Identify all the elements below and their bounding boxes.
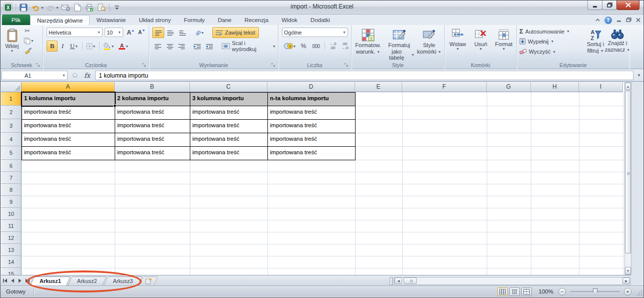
fill-handle[interactable] xyxy=(113,104,116,107)
row-header-2[interactable]: 2 xyxy=(1,106,22,119)
scroll-right-icon[interactable]: ▶ xyxy=(622,277,630,284)
table-cell[interactable]: importowana treść xyxy=(267,106,356,120)
row-header-7[interactable]: 7 xyxy=(1,172,22,184)
resize-grip[interactable] xyxy=(636,290,642,296)
row-header-11[interactable]: 11 xyxy=(1,220,22,232)
currency-format-button[interactable]: $▼ xyxy=(282,41,298,52)
formula-input[interactable]: 1 kolumna importu xyxy=(95,71,633,80)
table-cell[interactable]: importowana treść xyxy=(267,119,356,133)
align-bottom-button[interactable] xyxy=(176,27,188,38)
horizontal-scrollbar[interactable]: ◀ ▶ xyxy=(394,277,630,285)
table-cell[interactable]: importowana treść xyxy=(115,119,190,133)
table-cell[interactable]: importowana treść xyxy=(115,133,190,147)
zoom-in-icon[interactable]: + xyxy=(624,288,631,295)
zoom-slider[interactable] xyxy=(570,291,620,292)
table-cell[interactable]: importowana treść xyxy=(115,106,190,120)
row-header-3[interactable]: 3 xyxy=(1,119,22,133)
ribbon-tab-dodatki[interactable]: Dodatki xyxy=(304,15,337,25)
row-header-4[interactable]: 4 xyxy=(1,133,22,146)
number-format-select[interactable]: Ogólne▼ xyxy=(282,28,348,37)
autosum-button[interactable]: Σ Autosumowanie▼ xyxy=(519,28,570,35)
grow-font-button[interactable]: A▲ xyxy=(125,28,136,37)
doc-minimize-icon[interactable] xyxy=(616,18,621,23)
fill-button[interactable]: Wypełnij▼ xyxy=(519,38,554,45)
prev-sheet-icon[interactable] xyxy=(9,277,16,284)
decrease-decimal-button[interactable]: .00→.0 xyxy=(339,41,351,52)
sheet-tab-arkusz2[interactable]: Arkusz2 xyxy=(70,276,105,285)
increase-decimal-button[interactable]: ←.0.00 xyxy=(327,41,339,52)
scroll-up-icon[interactable]: ▲ xyxy=(625,83,631,90)
normal-view-button[interactable] xyxy=(497,287,508,296)
paste-button[interactable]: Wklej▼ xyxy=(2,27,22,52)
sheet-tab-arkusz3[interactable]: Arkusz3 xyxy=(106,276,141,285)
font-name-select[interactable]: Helvetica▼ xyxy=(47,28,103,37)
vertical-scroll-thumb[interactable] xyxy=(625,91,631,253)
file-tab[interactable]: Plik xyxy=(2,15,30,25)
conditional-formatting-button[interactable]: ≤ Formatow.warunk.▼ xyxy=(353,27,384,55)
column-header-A[interactable]: A xyxy=(22,82,115,92)
table-cell[interactable]: importowana treść xyxy=(22,133,115,147)
table-cell[interactable]: importowana treść xyxy=(115,146,190,160)
expand-formula-bar-icon[interactable]: ▼ xyxy=(635,73,642,78)
insert-worksheet-tab[interactable] xyxy=(141,276,156,285)
insert-function-icon[interactable]: fx xyxy=(84,72,90,79)
scroll-left-icon[interactable]: ◀ xyxy=(395,277,402,284)
page-layout-view-button[interactable] xyxy=(509,287,520,296)
shrink-font-button[interactable]: A▼ xyxy=(137,28,147,37)
align-center-button[interactable] xyxy=(164,41,176,52)
help-icon[interactable]: ? xyxy=(604,17,612,24)
doc-restore-icon[interactable] xyxy=(626,18,631,23)
ribbon-tab-formuły[interactable]: Formuły xyxy=(177,15,211,25)
ribbon-tab-recenzja[interactable]: Recenzja xyxy=(238,15,275,25)
close-button[interactable] xyxy=(616,1,639,10)
dialog-launcher-icon[interactable] xyxy=(142,63,147,68)
zoom-slider-thumb[interactable] xyxy=(593,288,597,295)
clear-button[interactable]: Wyczyść▼ xyxy=(519,49,556,55)
table-cell[interactable]: importowana treść xyxy=(190,146,268,160)
row-header-8[interactable]: 8 xyxy=(1,184,22,196)
ribbon-tab-widok[interactable]: Widok xyxy=(275,15,304,25)
orientation-button[interactable]: ab▼ xyxy=(192,27,207,38)
column-header-F[interactable]: F xyxy=(402,82,487,92)
collapse-ribbon-icon[interactable] xyxy=(595,18,600,23)
name-box[interactable]: A1▼ xyxy=(2,71,68,80)
align-left-button[interactable] xyxy=(152,41,164,52)
underline-button[interactable]: U▼ xyxy=(68,41,81,52)
doc-close-icon[interactable] xyxy=(636,18,640,23)
row-header-15[interactable]: 15 xyxy=(1,268,22,275)
sheet-tab-arkusz1[interactable]: Arkusz1 xyxy=(32,276,69,285)
column-header-E[interactable]: E xyxy=(355,82,402,92)
column-header-B[interactable]: B xyxy=(115,82,190,92)
wrap-text-button[interactable]: Zawijaj tekst xyxy=(212,27,259,38)
font-size-select[interactable]: 10▼ xyxy=(105,28,123,37)
ribbon-tab-dane[interactable]: Dane xyxy=(211,15,238,25)
format-painter-button[interactable] xyxy=(25,47,32,56)
last-sheet-icon[interactable] xyxy=(24,277,31,284)
table-header-cell[interactable]: 3 kolumna importu xyxy=(190,92,268,106)
column-header-G[interactable]: G xyxy=(487,82,531,92)
table-header-cell[interactable]: 2 kolumna importu xyxy=(115,92,190,106)
percent-style-button[interactable]: % xyxy=(298,41,309,52)
format-cells-button[interactable]: Format▼ xyxy=(492,27,515,50)
column-header-H[interactable]: H xyxy=(531,82,579,92)
minimize-button[interactable] xyxy=(587,1,602,10)
row-header-14[interactable]: 14 xyxy=(1,256,22,268)
dialog-launcher-icon[interactable] xyxy=(344,63,350,68)
delete-cells-button[interactable]: Usuń▼ xyxy=(470,27,491,50)
scroll-down-icon[interactable]: ▼ xyxy=(625,267,631,274)
borders-button[interactable]: ▼ xyxy=(84,41,98,52)
horizontal-scroll-thumb[interactable] xyxy=(404,277,417,284)
tab-scrollbar-splitter[interactable] xyxy=(390,277,393,285)
first-sheet-icon[interactable] xyxy=(2,277,9,284)
merge-center-button[interactable]: a Scal i wyśrodkuj▼ xyxy=(220,41,278,52)
table-cell[interactable]: importowana treść xyxy=(22,119,115,133)
insert-cells-button[interactable]: Wstaw▼ xyxy=(446,27,469,50)
fill-color-button[interactable]: ▼ xyxy=(101,41,116,52)
align-middle-button[interactable] xyxy=(164,27,176,38)
table-cell[interactable]: importowana treść xyxy=(190,106,268,120)
cut-button[interactable]: ✂ xyxy=(25,27,30,35)
copy-button[interactable]: ▼ xyxy=(24,37,34,45)
next-sheet-icon[interactable] xyxy=(17,277,24,284)
increase-indent-button[interactable] xyxy=(203,41,215,52)
align-right-button[interactable] xyxy=(176,41,188,52)
